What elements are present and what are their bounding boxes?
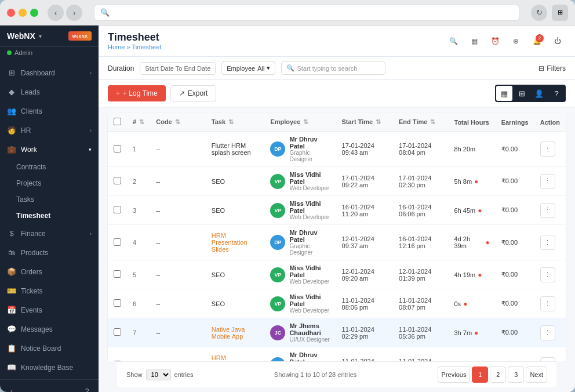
- start-time: 17-01-2024 09:22 am: [336, 167, 394, 196]
- power-icon[interactable]: ⏻: [549, 33, 566, 49]
- action-bar: + + Log Time ↗ Export ▦ ⊞ 👤 ?: [99, 80, 575, 107]
- prev-page-button[interactable]: Previous: [438, 366, 471, 383]
- row-action-button[interactable]: ⋮: [540, 235, 555, 250]
- row-code: --: [150, 167, 206, 196]
- log-time-button[interactable]: + + Log Time: [108, 85, 166, 101]
- row-checkbox[interactable]: [114, 177, 121, 184]
- row-action-button[interactable]: ⋮: [540, 357, 555, 361]
- row-action-button[interactable]: ⋮: [540, 267, 555, 282]
- sidebar-item-label: HR: [21, 126, 31, 135]
- avatar: DP: [270, 235, 285, 250]
- content-area: Timesheet Home » Timesheet 🔍 ▦ ⏰ ⊕ 🔔 2: [99, 26, 575, 392]
- user-view-button[interactable]: 👤: [531, 86, 547, 101]
- nav-buttons: ‹ ›: [48, 5, 82, 21]
- export-icon: ↗: [179, 89, 185, 97]
- breadcrumb-home[interactable]: Home: [108, 43, 125, 50]
- row-checkbox-cell: [108, 225, 127, 260]
- main-content: WebNX ▾ WebNX Admin ⊞ Dashboard › ◆ Lead…: [0, 26, 575, 392]
- sidebar-item-leads[interactable]: ◆ Leads: [0, 82, 99, 101]
- sidebar-item-finance[interactable]: $ Finance ›: [0, 224, 99, 243]
- table-row: 6 -- SEO VP Miss Vidhi Patel Web Develop…: [108, 289, 566, 318]
- page-3-button[interactable]: 3: [508, 366, 524, 383]
- finance-icon: $: [7, 229, 16, 238]
- sidebar-sub-label: Tasks: [16, 195, 34, 204]
- close-icon[interactable]: [7, 9, 15, 17]
- employee-name: Mr Dhruv Patel: [289, 136, 330, 150]
- sidebar-item-timesheet[interactable]: Timesheet: [0, 208, 99, 224]
- row-checkbox[interactable]: [114, 206, 121, 213]
- search-box[interactable]: 🔍 Start typing to search: [281, 61, 385, 75]
- search-header-icon[interactable]: 🔍: [445, 33, 461, 49]
- total-hours: 6h 45m ●: [449, 196, 496, 225]
- row-checkbox[interactable]: [114, 145, 121, 153]
- row-checkbox-cell: [108, 347, 127, 362]
- earnings: ₹0.00: [496, 225, 534, 260]
- grid-view-icon[interactable]: ▦: [466, 33, 482, 49]
- sidebar-header: WebNX ▾ WebNX: [0, 26, 99, 47]
- sidebar-item-hr[interactable]: 🧑 HR ›: [0, 121, 99, 140]
- row-checkbox[interactable]: [114, 299, 121, 307]
- forward-button[interactable]: ›: [66, 5, 82, 21]
- row-checkbox[interactable]: [114, 270, 121, 278]
- sidebar-item-knowledge-base[interactable]: 📖 Knowledge Base: [0, 358, 99, 377]
- sidebar-item-tickets[interactable]: 🎫 Tickets: [0, 281, 99, 300]
- page-1-button[interactable]: 1: [472, 366, 488, 383]
- sidebar-item-dashboard[interactable]: ⊞ Dashboard ›: [0, 63, 99, 82]
- window-controls: ⊞: [552, 5, 568, 21]
- address-bar[interactable]: 🔍: [94, 5, 519, 21]
- sidebar-item-notice-board[interactable]: 📋 Notice Board: [0, 339, 99, 358]
- back-button[interactable]: ‹: [48, 5, 64, 21]
- task-link[interactable]: Native Java Mobile App: [212, 326, 245, 340]
- notifications-icon[interactable]: 🔔 2: [529, 33, 545, 49]
- task-link[interactable]: HRM Presentation Slides: [212, 232, 248, 253]
- help-icon[interactable]: ?: [80, 384, 94, 392]
- sidebar-nav: ⊞ Dashboard › ◆ Leads 👥 Clients 🧑 HR ›: [0, 61, 99, 379]
- filters-button[interactable]: ⊟ Filters: [538, 64, 566, 72]
- grid-view-button[interactable]: ⊞: [514, 86, 530, 101]
- next-page-button[interactable]: Next: [526, 366, 547, 383]
- end-time: 16-01-2024 06:06 pm: [393, 196, 448, 225]
- sidebar-item-products[interactable]: 🛍 Products: [0, 243, 99, 262]
- code-text: --: [156, 329, 160, 336]
- list-view-button[interactable]: ▦: [496, 86, 512, 101]
- help-view-button[interactable]: ?: [548, 86, 565, 101]
- date-range-input[interactable]: Start Date To End Date: [140, 62, 216, 75]
- sidebar-item-orders[interactable]: 📦 Orders: [0, 262, 99, 281]
- row-action-button[interactable]: ⋮: [540, 141, 555, 157]
- clock-icon[interactable]: ⏰: [487, 33, 503, 49]
- brand-chevron-icon: ▾: [39, 33, 42, 39]
- pagination-wrapper: Show 10 25 50 entries Showing 1 to 10 of…: [99, 361, 575, 392]
- title-bar: ‹ › 🔍 ↻ ⊞: [0, 0, 575, 26]
- table-row: 1 -- Flutter HRM splash screen DP Mr Dhr…: [108, 132, 566, 167]
- row-action-button[interactable]: ⋮: [540, 296, 555, 311]
- employee-filter[interactable]: Employee All ▾: [221, 61, 275, 75]
- sidebar-item-tasks[interactable]: Tasks: [0, 191, 99, 208]
- minimize-icon[interactable]: [19, 9, 27, 17]
- row-action-button[interactable]: ⋮: [540, 203, 555, 218]
- sidebar-item-clients[interactable]: 👥 Clients: [0, 101, 99, 121]
- sidebar-item-messages[interactable]: 💬 Messages: [0, 320, 99, 339]
- sidebar-item-label: Orders: [21, 268, 42, 276]
- row-checkbox[interactable]: [114, 238, 121, 246]
- row-action-button[interactable]: ⋮: [540, 325, 555, 340]
- task-text: SEO: [212, 207, 225, 214]
- sidebar-item-work[interactable]: 💼 Work ▾: [0, 140, 99, 159]
- task-text: SEO: [212, 300, 225, 307]
- sidebar-item-projects[interactable]: Projects: [0, 175, 99, 191]
- row-action-button[interactable]: ⋮: [540, 174, 555, 189]
- select-all-checkbox[interactable]: [114, 118, 121, 125]
- knowledgebase-icon: 📖: [7, 363, 16, 372]
- row-checkbox[interactable]: [114, 328, 121, 336]
- fullscreen-button[interactable]: ⊞: [552, 5, 568, 21]
- page-2-button[interactable]: 2: [490, 366, 506, 383]
- collapse-sidebar-button[interactable]: ‹: [5, 384, 19, 392]
- plus-icon[interactable]: ⊕: [508, 33, 524, 49]
- sidebar-item-contracts[interactable]: Contracts: [0, 159, 99, 175]
- task-link[interactable]: HRM Presentation Slides: [212, 354, 248, 361]
- maximize-icon[interactable]: [30, 9, 38, 17]
- export-button[interactable]: ↗ Export: [170, 85, 217, 101]
- entries-select[interactable]: 10 25 50: [146, 369, 171, 380]
- sidebar-item-events[interactable]: 📅 Events: [0, 300, 99, 320]
- traffic-lights: [7, 9, 38, 17]
- reload-button[interactable]: ↻: [531, 5, 547, 21]
